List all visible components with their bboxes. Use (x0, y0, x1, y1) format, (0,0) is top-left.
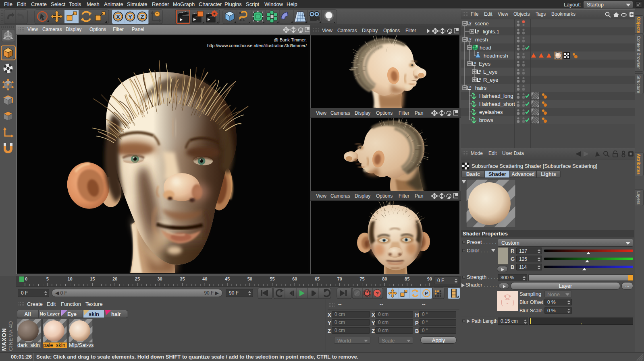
svg-text:Y: Y (128, 13, 132, 20)
svg-text:20: 20 (112, 276, 117, 281)
svg-text:40: 40 (202, 276, 207, 281)
svg-text:10: 10 (67, 276, 72, 281)
svg-text:35: 35 (180, 276, 185, 281)
svg-text:80: 80 (382, 276, 387, 281)
svg-text:0: 0 (25, 276, 27, 281)
svg-text:50: 50 (247, 276, 252, 281)
svg-text:X: X (116, 13, 120, 20)
svg-text:45: 45 (225, 276, 230, 281)
svg-text:60: 60 (292, 276, 297, 281)
svg-text:15: 15 (90, 276, 95, 281)
svg-text:65: 65 (315, 276, 320, 281)
svg-text:P: P (425, 291, 428, 296)
svg-text:5: 5 (46, 276, 49, 281)
svg-text:75: 75 (359, 276, 364, 281)
svg-text:70: 70 (337, 276, 342, 281)
svg-text:55: 55 (270, 276, 274, 281)
svg-text:90: 90 (427, 276, 432, 281)
svg-text:30: 30 (157, 276, 162, 281)
svg-text:25: 25 (135, 276, 140, 281)
svg-text:Z: Z (140, 13, 144, 20)
svg-text:?: ? (376, 291, 379, 297)
svg-text:85: 85 (405, 276, 409, 281)
